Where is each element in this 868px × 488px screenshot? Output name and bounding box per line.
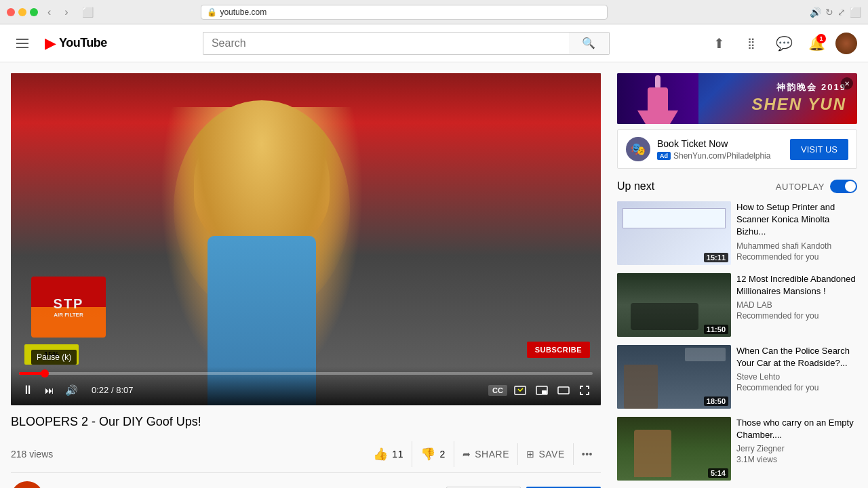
rec-item[interactable]: 11:50 12 Most Incredible Abandoned Milli… xyxy=(617,273,857,337)
up-next-header: Up next AUTOPLAY xyxy=(617,180,857,193)
ad-card: 🎭 Book Ticket Now Ad ShenYun.com/Philade… xyxy=(617,129,857,169)
miniplayer-button[interactable] xyxy=(533,383,551,398)
more-button[interactable]: ••• xyxy=(574,443,601,465)
play-pause-button[interactable]: ⏸ xyxy=(19,380,37,400)
rec-thumbnail: 18:50 xyxy=(617,345,731,409)
total-time: 8:07 xyxy=(116,385,133,395)
user-avatar[interactable] xyxy=(835,33,857,54)
like-count: 11 xyxy=(392,449,403,460)
volume-button[interactable]: 🔊 xyxy=(62,382,81,399)
rec-item[interactable]: 15:11 How to Setup Printer and Scanner K… xyxy=(617,201,857,265)
rec-item[interactable]: 18:50 When Can the Police Search Your Ca… xyxy=(617,345,857,409)
autoplay-toggle[interactable] xyxy=(830,180,857,193)
notifications-button[interactable]: 🔔 1 xyxy=(803,30,830,57)
rec-duration: 5:14 xyxy=(708,468,728,478)
like-button[interactable]: 👍 11 xyxy=(365,441,412,467)
message-icon: 💬 xyxy=(776,35,793,52)
tab-button[interactable]: ⬜ xyxy=(78,5,98,19)
apps-icon: ⣿ xyxy=(747,37,755,49)
autoplay-row: AUTOPLAY xyxy=(776,180,857,193)
window-button[interactable]: ⬜ xyxy=(850,7,861,18)
forward-button[interactable]: › xyxy=(60,5,72,20)
share-label: SHARE xyxy=(475,449,509,460)
sidebar: 神韵晚会 2019 SHEN YUN ✕ 🎭 Book Ticket Now A… xyxy=(617,73,857,488)
share-icon: ➦ xyxy=(462,449,471,460)
fullscreen-button[interactable] xyxy=(576,382,593,399)
messages-button[interactable]: 💬 xyxy=(770,30,797,57)
volume-button[interactable]: 🔊 xyxy=(810,7,821,18)
time-display: 0:22 / 8:07 xyxy=(92,385,133,395)
channel-row: D DIY With Michael Borders ANALYTICS EDI… xyxy=(11,473,601,488)
header-left: ▶ YouTube xyxy=(11,33,107,54)
theater-button[interactable] xyxy=(555,383,572,398)
save-button[interactable]: ⊞ SAVE xyxy=(518,443,574,465)
maximize-dot[interactable] xyxy=(30,8,38,16)
svg-rect-3 xyxy=(558,387,569,394)
rec-channel: Steve Lehto xyxy=(736,372,857,382)
rec-thumbnail: 5:14 xyxy=(617,417,731,481)
ad-banner[interactable]: 神韵晚会 2019 SHEN YUN ✕ xyxy=(617,73,857,124)
youtube-logo[interactable]: ▶ YouTube xyxy=(45,35,107,52)
search-button[interactable]: 🔍 xyxy=(569,32,610,55)
ad-card-icon: 🎭 xyxy=(626,137,650,161)
current-time: 0:22 xyxy=(92,385,108,395)
rec-title: How to Setup Printer and Scanner Konica … xyxy=(736,201,857,239)
apps-button[interactable]: ⣿ xyxy=(738,30,765,57)
notification-badge: 1 xyxy=(816,34,826,43)
url-text: youtube.com xyxy=(220,7,267,17)
dislike-count: 2 xyxy=(439,449,445,460)
rec-meta: Recommended for you xyxy=(736,383,857,392)
stp-logo: STP xyxy=(54,296,84,312)
lehto-label xyxy=(685,348,726,361)
header-right: ⬆ ⣿ 💬 🔔 1 xyxy=(705,30,857,57)
ad-card-title-row: Book Ticket Now xyxy=(657,138,783,150)
main-content: STP AIR FILTER 15% SUBSCRIBE Pause (k) xyxy=(0,62,868,488)
rec-item[interactable]: 5:14 Those who carry on an Empty Chamber… xyxy=(617,417,857,481)
svg-rect-2 xyxy=(542,390,547,394)
upload-button[interactable]: ⬆ xyxy=(705,30,732,57)
video-title: BLOOPERS 2 - Our DIY Goof Ups! xyxy=(11,413,601,430)
rec-meta: Recommended for you xyxy=(736,252,857,262)
menu-button[interactable] xyxy=(11,33,34,54)
minimize-dot[interactable] xyxy=(18,8,26,16)
theater-icon xyxy=(557,386,570,395)
dislike-button[interactable]: 👎 2 xyxy=(412,441,454,467)
next-button[interactable]: ⏭ xyxy=(42,382,57,399)
controls-row: ⏸ ⏭ 🔊 0:22 / 8:07 xyxy=(19,380,593,400)
youtube-header: ▶ YouTube 🔍 ⬆ ⣿ 💬 🔔 1 xyxy=(0,24,868,62)
hamburger-line xyxy=(16,39,28,40)
ad-card-title: Book Ticket Now xyxy=(657,138,728,150)
person-shape xyxy=(634,430,671,477)
browser-chrome: ‹ › ⬜ 🔒 youtube.com 🔊 ↻ ⤢ ⬜ xyxy=(0,0,868,24)
video-scene: STP AIR FILTER 15% xyxy=(11,73,601,405)
dancer-figure xyxy=(631,75,685,124)
rec-title: When Can the Police Search Your Car at t… xyxy=(736,345,857,369)
rec-info: How to Setup Printer and Scanner Konica … xyxy=(736,201,857,265)
up-next-label: Up next xyxy=(617,180,654,192)
card-icon xyxy=(514,386,526,395)
visit-button[interactable]: VISIT US xyxy=(790,139,848,160)
back-button[interactable]: ‹ xyxy=(43,5,55,20)
progress-bar[interactable] xyxy=(19,372,593,375)
recommended-list: 15:11 How to Setup Printer and Scanner K… xyxy=(617,201,857,488)
ad-close-button[interactable]: ✕ xyxy=(841,77,853,89)
ad-label: Ad xyxy=(657,152,671,160)
cc-button[interactable]: CC xyxy=(488,385,507,396)
card-button[interactable] xyxy=(511,383,529,398)
share-button[interactable]: ➦ SHARE xyxy=(454,443,518,465)
search-input[interactable] xyxy=(203,32,569,55)
autoplay-label: AUTOPLAY xyxy=(776,182,825,192)
video-subscribe-button[interactable]: SUBSCRIBE xyxy=(527,342,590,358)
channel-avatar[interactable]: D xyxy=(11,481,43,488)
rec-channel: MAD LAB xyxy=(736,300,857,310)
thumbs-up-icon: 👍 xyxy=(373,447,389,462)
fullscreen-button[interactable]: ⤢ xyxy=(837,7,846,18)
video-player[interactable]: STP AIR FILTER 15% SUBSCRIBE Pause (k) xyxy=(11,73,601,405)
url-bar[interactable]: 🔒 youtube.com xyxy=(201,5,608,20)
rec-title: Those who carry on an Empty Chamber.... xyxy=(736,417,857,441)
rec-thumbnail: 15:11 xyxy=(617,201,731,265)
close-dot[interactable] xyxy=(7,8,15,16)
reload-button[interactable]: ↻ xyxy=(825,7,833,18)
stpbox: STP AIR FILTER xyxy=(31,277,106,338)
pause-icon: ⏸ xyxy=(22,383,34,397)
